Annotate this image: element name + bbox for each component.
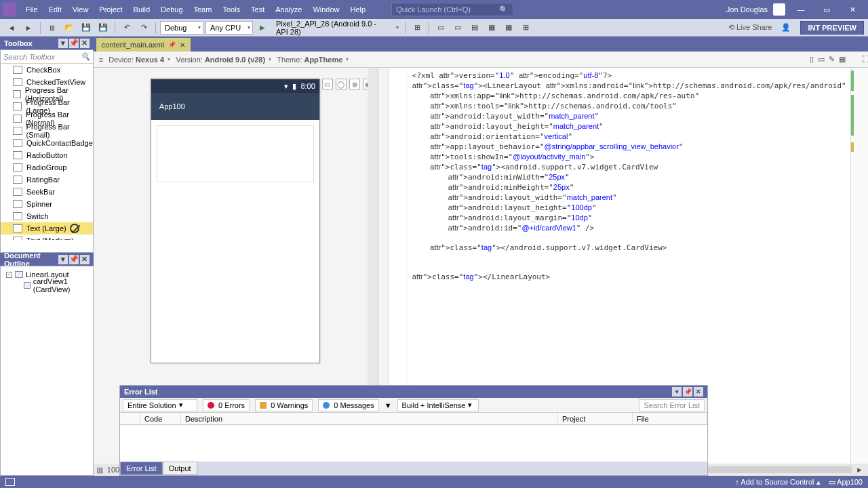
tool-7[interactable]: ⊞ [518,20,533,35]
toolbox-item[interactable]: RadioGroup [1,161,93,174]
quick-launch-input[interactable]: Quick Launch (Ctrl+Q)🔍 [391,3,513,16]
target-combo[interactable]: Pixel_2_API_28 (Android 9.0 - API 28) [272,21,401,35]
config-combo[interactable]: Debug [160,21,203,35]
save-all-button[interactable]: 💾 [96,20,111,35]
menu-edit[interactable]: Edit [43,5,67,14]
menu-build[interactable]: Build [128,5,155,14]
feedback-icon[interactable]: 👤 [778,20,793,35]
menu-help[interactable]: Help [345,5,372,14]
portrait-icon[interactable]: ▯ [810,55,814,64]
toolbox-item[interactable]: Switch [1,210,93,222]
toolbox-item[interactable]: SeekBar [1,186,93,198]
toolbox-item[interactable]: Text (Medium) [1,235,93,240]
edit-icon[interactable]: ✎ [829,55,835,64]
toolbox-item[interactable]: QuickContactBadge [1,137,93,149]
close-button[interactable]: ✕ [842,5,863,14]
el-errors-toggle[interactable]: 0 Errors [203,399,250,411]
el-search-input[interactable]: Search Error List [639,399,705,411]
cardview-preview[interactable] [157,125,314,182]
control-icon [13,115,22,123]
col-project[interactable]: Project [558,413,633,424]
menu-file[interactable]: File [20,5,43,14]
view-switch-icon[interactable]: ▥ [96,466,103,474]
toolbox-pin-icon[interactable]: 📌 [69,39,79,48]
menu-project[interactable]: Project [94,5,127,14]
toolbox-item[interactable]: Text (Large) [1,222,93,235]
el-scope-combo[interactable]: Entire Solution ▾ [123,399,197,411]
toolbox-item[interactable]: RadioButton [1,149,93,161]
landscape-icon[interactable]: ▭ [818,55,825,64]
tool-6[interactable]: ▦ [501,20,516,35]
grid-icon[interactable]: ▦ [839,55,846,64]
nav-fwd-button[interactable]: ► [21,20,36,35]
outline-opts-icon[interactable]: ▾ [58,255,68,264]
zoom-fit-icon[interactable]: ▭ [322,79,333,89]
menu-bar: File Edit View Project Build Debug Team … [20,5,371,14]
expand-icon[interactable]: ⛶ [862,55,868,64]
el-close-icon[interactable]: ✕ [694,387,703,396]
live-share-button[interactable]: ⟲ Live Share [728,23,772,32]
minimize-button[interactable]: — [791,5,811,14]
source-toggle-icon[interactable]: ≡ [99,56,103,64]
outline-pin-icon[interactable]: 📌 [69,255,79,264]
el-opts-icon[interactable]: ▾ [672,387,682,396]
el-build-combo[interactable]: Build + IntelliSense ▾ [397,399,479,411]
redo-button[interactable]: ↷ [136,20,151,35]
menu-team[interactable]: Team [189,5,218,14]
el-warnings-toggle[interactable]: 0 Warnings [255,399,313,411]
col-description[interactable]: Description [181,413,558,424]
tool-5[interactable]: ▦ [484,20,499,35]
start-button[interactable]: ▶ [255,20,270,35]
open-button[interactable]: 📂 [62,20,77,35]
add-source-control[interactable]: ↑ Add to Source Control ▴ [735,478,820,487]
undo-button[interactable]: ↶ [119,20,134,35]
doc-tab-content-main[interactable]: content_main.axml📌✕ [96,38,191,52]
col-code[interactable]: Code [140,413,181,424]
el-pin-icon[interactable]: 📌 [683,387,692,396]
menu-window[interactable]: Window [307,5,344,14]
toolbox-close-icon[interactable]: ✕ [80,39,90,48]
maximize-button[interactable]: ▭ [816,5,837,14]
tab-error-list[interactable]: Error List [120,462,163,475]
pin-icon[interactable]: 📌 [168,41,176,48]
menu-test[interactable]: Test [245,5,270,14]
toolbox-opts-icon[interactable]: ▾ [58,39,68,48]
toolbox-item[interactable]: CheckBox [1,64,93,76]
outline-close-icon[interactable]: ✕ [80,255,90,264]
status-project[interactable]: ▭ App100 [829,478,863,487]
platform-combo[interactable]: Any CPU [205,21,253,35]
menu-debug[interactable]: Debug [155,5,188,14]
menu-view[interactable]: View [67,5,94,14]
toolbox-item[interactable]: Spinner [1,198,93,210]
user-avatar[interactable] [773,3,785,16]
tool-1[interactable]: ⊞ [410,20,425,35]
menu-analyze[interactable]: Analyze [270,5,307,14]
tool-2[interactable]: ▭ [433,20,448,35]
control-icon [13,66,22,74]
control-icon [13,237,22,240]
toolbox-search-input[interactable]: Search Toolbox🔍 [1,50,93,64]
el-filter-icon[interactable]: ▼ [384,401,392,409]
save-button[interactable]: 💾 [79,20,94,35]
tool-3[interactable]: ▭ [450,20,465,35]
tab-close-icon[interactable]: ✕ [180,41,185,49]
tool-4[interactable]: ▤ [467,20,482,35]
nav-back-button[interactable]: ◄ [4,20,19,35]
status-text [5,478,15,486]
device-combo[interactable]: Device: Nexus 4 [108,56,170,64]
zoom-in-icon[interactable]: ⊕ [349,79,360,89]
theme-combo[interactable]: Theme: AppTheme [277,56,349,64]
version-combo[interactable]: Version: Android 9.0 (v28) [176,56,271,64]
tab-output[interactable]: Output [163,462,197,475]
menu-tools[interactable]: Tools [217,5,245,14]
toolbox-item[interactable]: Progress Bar (Small) [1,125,93,137]
el-messages-toggle[interactable]: 0 Messages [318,399,378,411]
outline-child[interactable]: cardView1 (CardView) [33,277,90,293]
col-file[interactable]: File [633,413,707,424]
collapse-icon[interactable]: − [6,272,12,278]
user-name[interactable]: Jon Douglas [726,5,768,14]
zoom-100-icon[interactable]: ◯ [336,79,347,89]
new-button[interactable]: 🗎 [45,20,60,35]
toolbox-item[interactable]: RatingBar [1,174,93,186]
editor-minimap[interactable] [850,68,868,464]
